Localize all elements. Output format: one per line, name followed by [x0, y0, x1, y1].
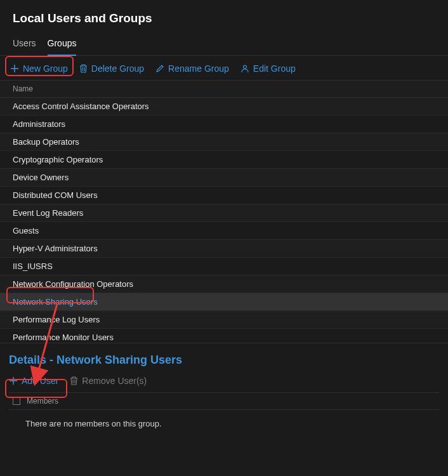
details-title: Details - Network Sharing Users	[9, 354, 439, 367]
group-row[interactable]: IIS_IUSRS	[0, 258, 448, 275]
group-row[interactable]: Performance Log Users	[0, 311, 448, 329]
group-row[interactable]: Network Configuration Operators	[0, 275, 448, 293]
details-title-name: Network Sharing Users	[56, 354, 182, 366]
group-row[interactable]: Guests	[0, 222, 448, 240]
page-title: Local Users and Groups	[13, 11, 435, 25]
tab-groups[interactable]: Groups	[48, 33, 77, 56]
tabs: Users Groups	[0, 33, 448, 56]
plus-icon	[9, 376, 18, 385]
tab-users[interactable]: Users	[13, 33, 36, 55]
plus-icon	[10, 64, 19, 73]
pencil-icon	[155, 64, 164, 73]
remove-users-button[interactable]: Remove User(s)	[70, 376, 147, 386]
add-user-button[interactable]: Add User	[9, 376, 58, 386]
column-header-name[interactable]: Name	[0, 80, 448, 98]
group-row[interactable]: Access Control Assistance Operators	[0, 98, 448, 116]
trash-icon	[79, 64, 88, 73]
delete-group-button[interactable]: Delete Group	[79, 63, 144, 74]
remove-users-label: Remove User(s)	[82, 376, 147, 386]
new-group-button[interactable]: New Group	[10, 63, 68, 74]
person-icon	[240, 64, 249, 73]
add-user-label: Add User	[22, 376, 58, 386]
rename-group-button[interactable]: Rename Group	[155, 63, 229, 74]
details-title-prefix: Details -	[9, 354, 56, 366]
members-header-label: Members	[27, 397, 58, 406]
rename-group-label: Rename Group	[168, 63, 229, 74]
edit-group-button[interactable]: Edit Group	[240, 63, 296, 74]
members-empty-message: There are no members on this group.	[9, 410, 439, 437]
group-list: Access Control Assistance OperatorsAdmin…	[0, 98, 448, 347]
edit-group-label: Edit Group	[253, 63, 296, 74]
group-row[interactable]: Network Sharing Users	[0, 293, 448, 311]
svg-point-0	[243, 65, 246, 69]
details-toolbar: Add User Remove User(s)	[9, 376, 439, 386]
delete-group-label: Delete Group	[91, 63, 144, 74]
group-row[interactable]: Hyper-V Administrators	[0, 240, 448, 258]
members-column-header: Members	[9, 392, 439, 410]
group-row[interactable]: Administrators	[0, 116, 448, 133]
new-group-label: New Group	[23, 63, 68, 74]
group-row[interactable]: Device Owners	[0, 169, 448, 187]
group-row[interactable]: Event Log Readers	[0, 204, 448, 222]
group-row[interactable]: Distributed COM Users	[0, 187, 448, 204]
details-panel: Details - Network Sharing Users Add User…	[0, 343, 448, 476]
group-row[interactable]: Backup Operators	[0, 133, 448, 151]
trash-icon	[70, 376, 78, 385]
group-row[interactable]: Cryptographic Operators	[0, 151, 448, 169]
select-all-checkbox[interactable]	[13, 397, 20, 405]
toolbar: New Group Delete Group Rename Group Edit…	[0, 56, 448, 80]
